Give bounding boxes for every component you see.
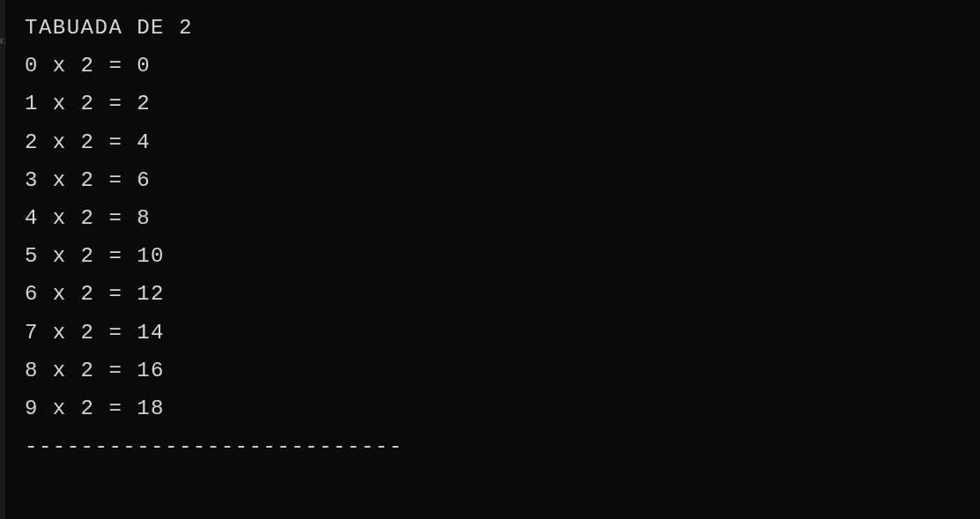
output-row: 5 x 2 = 10 xyxy=(25,237,980,275)
output-row: 8 x 2 = 16 xyxy=(25,352,980,389)
output-row: 7 x 2 = 14 xyxy=(25,314,980,352)
output-row: 6 x 2 = 12 xyxy=(25,275,980,313)
output-row: 1 x 2 = 2 xyxy=(25,85,980,122)
breakpoint-gutter-icon: ◧ xyxy=(0,33,9,46)
output-row: 0 x 2 = 0 xyxy=(25,47,980,85)
output-title: TABUADA DE 2 xyxy=(25,9,980,47)
output-row: 9 x 2 = 18 xyxy=(25,389,980,427)
editor-gutter xyxy=(0,0,5,519)
output-separator: --------------------------- xyxy=(25,427,980,465)
output-row: 2 x 2 = 4 xyxy=(25,123,980,161)
output-row: 3 x 2 = 6 xyxy=(25,161,980,199)
output-row: 4 x 2 = 8 xyxy=(25,199,980,237)
